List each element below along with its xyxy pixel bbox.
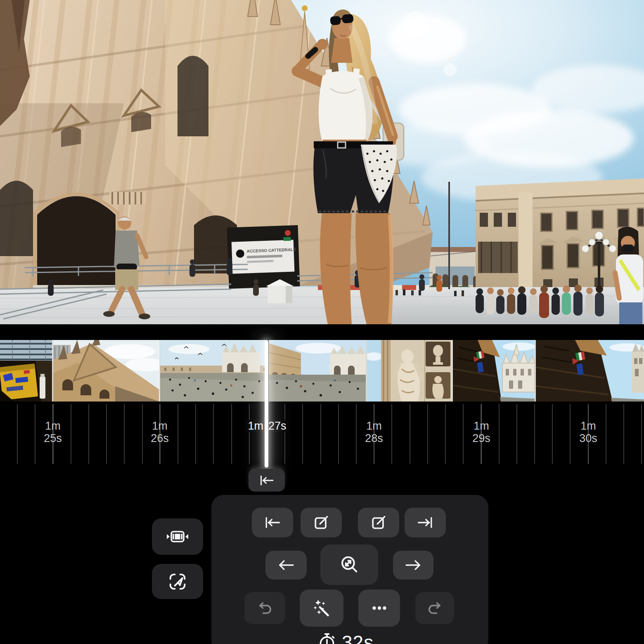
timeline-zoom-icon [339,554,360,575]
magic-wand-button[interactable] [300,589,343,627]
edit-square-icon [369,513,388,532]
madonnina-statue [302,5,308,11]
timeline-zoom-button[interactable] [320,544,378,585]
video-preview[interactable]: ACCESSO CATTEDRALE [0,0,644,324]
clip-duration-chip[interactable]: 32s [318,632,392,644]
edit-out-point-button[interactable] [358,508,399,537]
lens-flare [443,63,457,76]
italian-flag [575,352,585,361]
clip-frame-icon [166,528,189,546]
clip-thumbnail-7[interactable] [536,340,644,402]
time-label-1m25s: 1m25s [28,420,78,444]
time-label-1m30s: 1m30s [564,420,613,444]
clip-separator [52,340,53,402]
time-label-1m28s: 1m28s [349,420,399,444]
edit-square-icon [312,513,330,532]
stopwatch-icon [318,632,336,644]
timeline-filmstrip[interactable] [0,340,644,402]
clip-separator [366,340,367,402]
capture-frame-button[interactable] [152,564,203,599]
capture-cursor-icon [167,571,188,592]
skip-to-clip-end-button[interactable] [405,508,446,537]
clip-thumbnail-6[interactable] [453,340,535,402]
clip-select-button[interactable] [152,518,203,555]
redo-icon [425,599,444,617]
time-ruler[interactable]: 1m25s 1m26s 1m27s 1m28s 1m29s 1m30s [0,402,644,469]
time-label-1m29s: 1m29s [457,420,506,444]
redo-button[interactable] [415,592,454,624]
undo-button[interactable] [244,592,285,624]
clip-thumbnail-1[interactable] [0,340,52,402]
clip-thumbnail-2[interactable] [53,340,159,402]
clip-thumbnail-3[interactable] [160,340,265,402]
jump-to-clip-start-button[interactable] [249,469,285,492]
step-back-button[interactable] [265,551,307,580]
more-options-icon [369,598,390,618]
edit-in-point-button[interactable] [301,508,342,537]
more-options-button[interactable] [358,589,400,627]
arrow-right-icon [404,558,422,572]
time-label-1m26s: 1m26s [135,420,185,444]
clip-duration-value: 32s [342,632,374,644]
clip-thumbnail-4[interactable] [269,340,366,402]
preview-frame-illustration: ACCESSO CATTEDRALE [0,0,644,324]
clip-thumbnail-5[interactable] [367,340,452,402]
minor-ticks [0,404,644,464]
video-editor-app: ACCESSO CATTEDRALE [0,0,644,644]
skip-to-clip-start-button[interactable] [252,508,293,537]
arrow-left-icon [277,558,295,572]
clip-separator [452,340,453,402]
step-forward-button[interactable] [393,551,433,580]
undo-icon [256,599,275,617]
magic-wand-icon [311,598,332,618]
clip-separator [159,340,160,402]
clip-separator [535,340,536,402]
playhead[interactable] [265,340,268,468]
italian-flag [476,351,485,359]
skip-to-start-icon [263,516,282,530]
skip-to-end-icon [416,516,435,530]
cathedral-access-sign: ACCESSO CATTEDRALE [227,225,300,289]
skip-to-start-icon [258,474,275,487]
